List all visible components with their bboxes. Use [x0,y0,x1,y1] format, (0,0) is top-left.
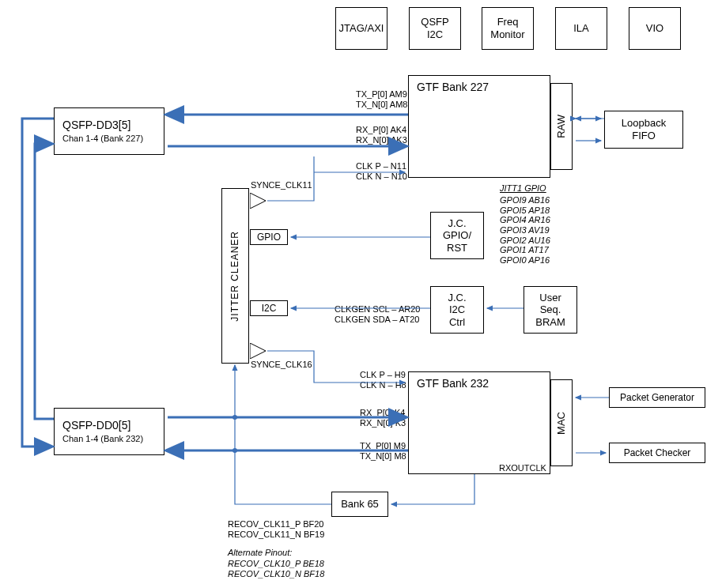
tx227-label: TX_P[0] AM9 TX_N[0] AM8 [356,89,407,109]
qsfp-dd0-title: QSFP-DD0[5] [62,419,130,432]
alt-pinout-title: Alternate Pinout: [228,548,292,558]
jc-gpio-sub: GPIO [250,229,288,245]
gtf-bank-227-title: GTF Bank 227 [417,81,489,94]
clk227-label: CLK P – N11 CLK N – N10 [356,161,407,181]
synce-clk16-label: SYNCE_CLK16 [251,360,312,370]
svg-point-15 [232,448,237,453]
jc-gpio-rst-label: J.C. GPIO/ RST [443,217,471,254]
jc-gpio-sub-label: GPIO [257,232,281,243]
gtf232-mac-label: MAC [555,412,568,435]
qsfp-dd0-subtitle: Chan 1-4 (Bank 232) [62,434,143,444]
packet-checker-label: Packet Checker [624,447,691,458]
jc-i2c-sub: I2C [250,300,288,316]
svg-point-14 [232,415,237,420]
gtf-bank-227-box: GTF Bank 227 [408,75,550,178]
qsfp-dd3-subtitle: Chan 1-4 (Bank 227) [62,134,143,144]
svg-marker-1 [250,343,266,359]
rxoutclk-label: RXOUTCLK [499,463,546,473]
qsfp-i2c-box: QSFP I2C [409,7,461,50]
qsfp-dd3-box: QSFP-DD3[5] Chan 1-4 (Bank 227) [54,107,164,155]
jc-i2c-ctrl-box: J.C. I2C Ctrl [430,286,484,334]
qsfp-dd3-title: QSFP-DD3[5] [62,119,130,132]
gtf227-raw-block: RAW [550,83,573,170]
synce-clk11-label: SYNCE_CLK11 [251,180,312,190]
recov-clk11-label: RECOV_CLK11_P BF20 RECOV_CLK11_N BF19 [228,519,324,539]
freq-monitor-box: Freq Monitor [482,7,534,50]
qsfp-i2c-label: QSFP I2C [421,16,448,40]
rx227-label: RX_P[0] AK4 RX_N[0] AK3 [356,125,407,145]
clkgen-label: CLKGEN SCL – AR20 CLKGEN SDA – AT20 [335,304,420,324]
bank65-box: Bank 65 [331,492,388,517]
jitter-cleaner-label: JITTER CLEANER [229,231,240,322]
vio-label: VIO [646,22,663,35]
bank65-label: Bank 65 [341,498,379,511]
alt-pinout-label: RECOV_CLK10_P BE18 RECOV_CLK10_N BF18 [228,559,324,579]
rx232-label: RX_P[0] K4 RX_N[0] K3 [360,408,406,428]
ila-box: ILA [555,7,607,50]
ila-label: ILA [573,22,589,35]
jitter-cleaner-box: JITTER CLEANER [221,188,249,364]
jitt1-gpio-title: JITT1 GPIO [500,183,546,194]
gtf-bank-232-box: GTF Bank 232 [408,371,550,474]
jc-i2c-ctrl-label: J.C. I2C Ctrl [448,292,466,329]
loopback-fifo-label: Loopback FIFO [622,117,666,141]
tx232-label: TX_P[0] M9 TX_N[0] M8 [360,441,406,461]
vio-box: VIO [629,7,681,50]
packet-generator-label: Packet Generator [620,392,694,403]
user-seq-bram-label: User Seq. BRAM [535,292,565,329]
synce-clk11-buffer-icon [250,193,267,212]
clk232-label: CLK P – H9 CLK N – H8 [360,370,406,390]
jtag-axi-box: JTAG/AXI [335,7,387,50]
freq-monitor-label: Freq Monitor [490,16,524,40]
jc-i2c-sub-label: I2C [262,303,277,314]
gtf232-mac-block: MAC [550,379,573,466]
packet-checker-box: Packet Checker [609,443,705,463]
user-seq-bram-box: User Seq. BRAM [524,286,577,334]
qsfp-dd0-box: QSFP-DD0[5] Chan 1-4 (Bank 232) [54,408,164,455]
gtf227-raw-label: RAW [555,115,568,138]
loopback-fifo-box: Loopback FIFO [604,111,683,149]
jtag-axi-label: JTAG/AXI [339,22,384,35]
gpoi-list: GPOI9 AB16 GPOI5 AP18 GPOI4 AR16 GPOI3 A… [500,195,550,265]
jc-gpio-rst-box: J.C. GPIO/ RST [430,212,484,259]
gtf-bank-232-title: GTF Bank 232 [417,377,489,390]
svg-marker-0 [250,193,266,209]
packet-generator-box: Packet Generator [609,387,705,408]
